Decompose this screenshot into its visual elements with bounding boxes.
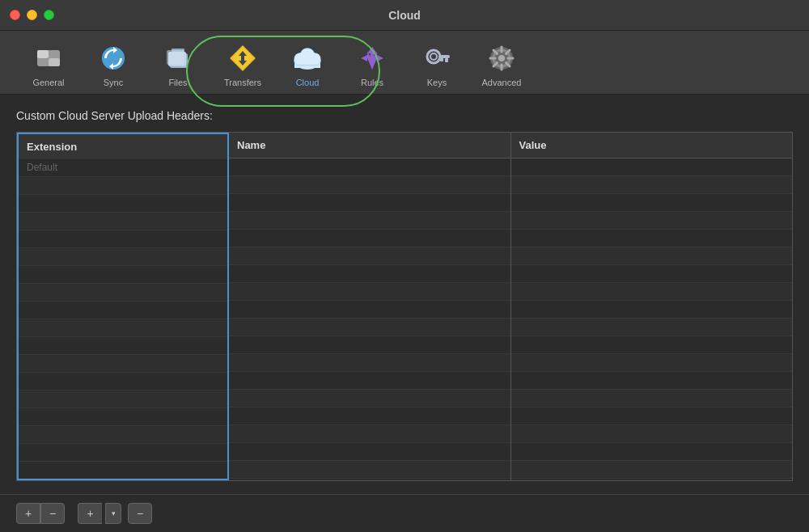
table-row [19,248,227,266]
svg-marker-21 [361,55,367,61]
table-row [229,425,510,443]
table-row [511,461,793,479]
svg-point-24 [430,53,437,60]
default-row: Default [19,159,227,177]
table-row [19,213,227,230]
table-row [19,230,227,248]
svg-rect-7 [167,50,184,65]
remove-header-button[interactable]: − [128,503,152,524]
table-row [511,247,793,265]
table-row [229,372,510,390]
table-row [229,319,510,336]
table-row [511,230,793,247]
general-label: General [32,78,64,87]
right-button-group: + ▾ − [78,503,152,524]
table-row [511,443,793,461]
table-row [511,319,793,336]
files-icon [162,42,194,74]
title-bar: Cloud [0,0,809,31]
table-row [511,425,793,443]
rules-icon [356,42,388,74]
value-column: Value [511,133,793,480]
extension-column: Extension Default [17,133,229,480]
svg-rect-26 [445,58,448,62]
transfers-label: Transfers [224,78,261,87]
add-header-button[interactable]: + [78,503,102,524]
content-area: Custom Cloud Server Upload Headers: Exte… [0,95,809,494]
keys-label: Keys [427,78,447,87]
table-row [511,158,793,176]
toolbar: General Sync Files [0,31,809,95]
table-row [511,283,793,301]
table-row [511,354,793,372]
window-controls [10,10,54,20]
table-row [229,158,510,176]
section-title: Custom Cloud Server Upload Headers: [16,109,793,122]
general-icon [32,42,65,74]
value-column-header: Value [511,133,793,158]
table-row [229,212,510,230]
table-row [229,443,510,461]
svg-rect-25 [438,55,450,58]
table-row [229,283,510,301]
table-row [19,408,227,426]
toolbar-item-files[interactable]: Files [146,37,210,94]
table-row [229,265,510,283]
table-row [19,391,227,408]
toolbar-item-keys[interactable]: Keys [404,37,469,94]
left-button-group: + − [16,503,65,524]
table-row [19,426,227,444]
table-row [229,461,510,479]
extension-column-body: Default [19,159,227,479]
table-row [229,194,510,212]
table-row [19,302,227,319]
name-column: Name [229,133,511,480]
table-row [511,407,793,425]
cloud-label: Cloud [296,78,320,87]
add-header-dropdown-button[interactable]: ▾ [105,503,121,524]
toolbar-item-cloud[interactable]: Cloud [275,37,340,94]
name-column-body [229,158,510,480]
table-row [511,194,793,212]
table-row [19,266,227,284]
toolbar-item-advanced[interactable]: Advanced [469,37,534,94]
table-row [19,284,227,302]
svg-marker-22 [377,55,383,61]
rules-label: Rules [361,78,383,87]
svg-rect-1 [37,50,49,58]
table-row [511,390,793,407]
advanced-label: Advanced [482,78,522,87]
add-extension-button[interactable]: + [16,503,40,524]
toolbar-item-transfers[interactable]: Transfers [210,37,275,94]
transfers-icon [227,42,259,74]
sync-icon [97,42,129,74]
table-row [229,354,510,372]
table-row [19,177,227,195]
table-row [229,247,510,265]
toolbar-item-sync[interactable]: Sync [81,37,146,94]
maximize-button[interactable] [44,10,54,20]
remove-extension-button[interactable]: − [40,503,65,524]
window-title: Cloud [388,9,421,22]
svg-point-23 [427,50,440,63]
table-row [19,319,227,337]
table-row [19,337,227,355]
table-row [229,390,510,407]
minimize-button[interactable] [27,10,37,20]
bottom-toolbar: + − + ▾ − [0,494,809,532]
close-button[interactable] [10,10,20,20]
svg-rect-2 [49,58,60,66]
svg-point-30 [498,55,505,61]
extension-column-header: Extension [19,134,227,159]
toolbar-item-rules[interactable]: Rules [340,37,404,94]
toolbar-item-general[interactable]: General [16,37,81,94]
svg-marker-19 [369,47,375,52]
table-row [229,336,510,354]
table-row [511,336,793,354]
table-row [19,373,227,391]
table-row [229,301,510,319]
keys-icon [421,42,453,74]
table-row [229,407,510,425]
table-row [19,195,227,213]
table-row [511,265,793,283]
